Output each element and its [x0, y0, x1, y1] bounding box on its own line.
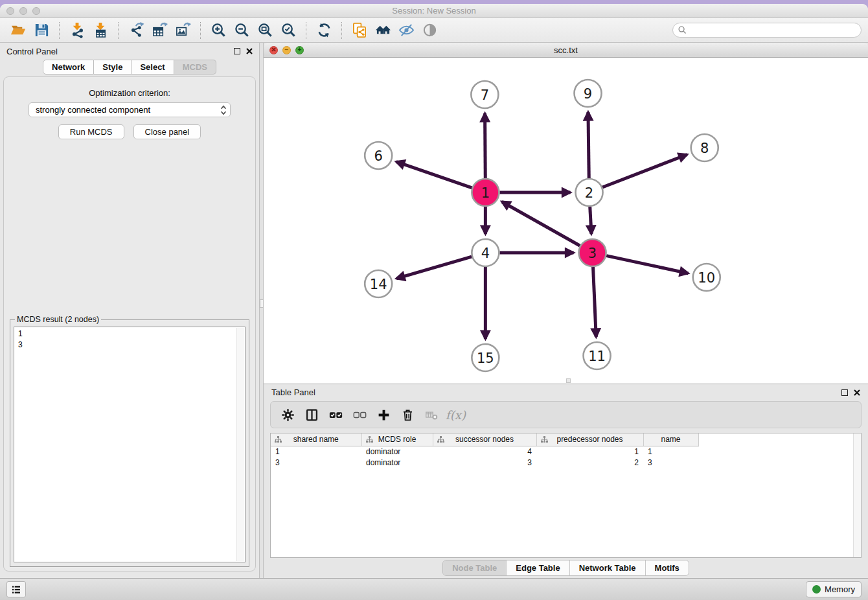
- svg-text:9: 9: [584, 86, 592, 102]
- export-network-button[interactable]: [124, 21, 148, 40]
- refresh-button[interactable]: [312, 21, 336, 40]
- canvas-resize-handle[interactable]: [566, 378, 571, 383]
- tab-network[interactable]: Network: [43, 60, 94, 75]
- tab-motifs[interactable]: Motifs: [645, 560, 689, 575]
- cell-shared-name[interactable]: 1: [271, 446, 361, 457]
- cell-predecessor-nodes[interactable]: 1: [536, 446, 643, 457]
- network-overview-button[interactable]: [371, 21, 394, 40]
- edge-1-7[interactable]: [485, 113, 486, 178]
- close-panel-button[interactable]: Close panel: [133, 124, 201, 139]
- tab-style[interactable]: Style: [94, 60, 131, 75]
- deselect-all-button[interactable]: [348, 404, 372, 426]
- network-graph[interactable]: 1234678910111415: [264, 58, 868, 384]
- node-6[interactable]: 6: [365, 142, 392, 169]
- node-11[interactable]: 11: [584, 342, 611, 369]
- network-window-titlebar: scc.txt ✕ − +: [264, 43, 868, 58]
- node-3[interactable]: 3: [579, 239, 606, 266]
- run-mcds-button[interactable]: Run MCDS: [58, 124, 124, 139]
- edge-3-10[interactable]: [606, 256, 688, 273]
- tab-select[interactable]: Select: [131, 60, 174, 75]
- zoom-in-button[interactable]: [207, 21, 230, 40]
- float-panel-icon[interactable]: [234, 48, 240, 54]
- node-10[interactable]: 10: [693, 264, 720, 291]
- main-toolbar: [0, 18, 868, 43]
- table-settings-button[interactable]: [276, 404, 300, 426]
- duplicate-network-button[interactable]: [348, 21, 371, 40]
- hierarchy-icon: [366, 436, 373, 443]
- tab-edge-table[interactable]: Edge Table: [506, 560, 569, 575]
- cell-successor-nodes[interactable]: 4: [433, 446, 536, 457]
- cell-predecessor-nodes[interactable]: 2: [536, 457, 643, 468]
- edge-2-9[interactable]: [588, 112, 589, 178]
- node-2[interactable]: 2: [576, 179, 603, 206]
- cell-name[interactable]: 3: [643, 457, 698, 468]
- node-14[interactable]: 14: [365, 270, 392, 297]
- select-all-button[interactable]: [324, 404, 348, 426]
- network-maximize-button[interactable]: +: [295, 46, 304, 54]
- column-header-name[interactable]: name: [643, 433, 698, 446]
- function-builder-button[interactable]: f(x): [444, 404, 468, 426]
- column-header-shared-name[interactable]: shared name: [271, 433, 361, 446]
- node-15[interactable]: 15: [472, 344, 499, 371]
- export-table-button[interactable]: [148, 21, 171, 40]
- search-box: [672, 23, 862, 38]
- edge-2-8[interactable]: [602, 155, 687, 188]
- table-header-row: shared name MCDS role successor nodes pr…: [271, 433, 698, 446]
- network-close-button[interactable]: ✕: [269, 46, 278, 54]
- close-table-panel-icon[interactable]: [854, 389, 860, 396]
- hide-panels-button[interactable]: [394, 21, 418, 40]
- memory-button[interactable]: Memory: [806, 581, 862, 597]
- optimization-criterion-label: Optimization criterion:: [4, 88, 255, 98]
- import-table-button[interactable]: [89, 21, 112, 40]
- column-header-predecessor-nodes[interactable]: predecessor nodes: [536, 433, 643, 446]
- zoom-out-button[interactable]: [230, 21, 253, 40]
- toggle-view-button[interactable]: [418, 21, 441, 40]
- zoom-fit-button[interactable]: [253, 21, 277, 40]
- cell-name[interactable]: 1: [643, 446, 698, 457]
- node-8[interactable]: 8: [691, 134, 718, 161]
- delete-table-button[interactable]: [420, 404, 444, 426]
- cell-mcds-role[interactable]: dominator: [361, 457, 433, 468]
- export-image-button[interactable]: [171, 21, 194, 40]
- cell-mcds-role[interactable]: dominator: [361, 446, 433, 457]
- open-session-button[interactable]: [6, 21, 30, 40]
- result-scrollbar[interactable]: [236, 328, 244, 561]
- add-column-button[interactable]: [372, 404, 396, 426]
- task-history-button[interactable]: [6, 581, 26, 597]
- table-row[interactable]: 1 dominator 4 1 1: [271, 446, 698, 457]
- zoom-selected-button[interactable]: [277, 21, 300, 40]
- node-table: shared name MCDS role successor nodes pr…: [271, 433, 699, 468]
- node-9[interactable]: 9: [575, 80, 602, 107]
- column-header-successor-nodes[interactable]: successor nodes: [433, 433, 536, 446]
- export-network-icon: [128, 22, 144, 38]
- edge-2-3[interactable]: [590, 207, 591, 234]
- float-table-panel-icon[interactable]: [841, 389, 848, 396]
- node-1[interactable]: 1: [472, 179, 499, 206]
- network-canvas[interactable]: 1234678910111415: [264, 58, 868, 384]
- search-input[interactable]: [672, 23, 862, 38]
- node-4[interactable]: 4: [472, 239, 499, 266]
- criterion-dropdown[interactable]: strongly connected component: [29, 102, 231, 117]
- table-row[interactable]: 3 dominator 3 2 3: [271, 457, 698, 468]
- tab-node-table[interactable]: Node Table: [443, 560, 506, 575]
- svg-text:6: 6: [374, 148, 382, 164]
- network-minimize-button[interactable]: −: [282, 46, 291, 54]
- close-panel-icon[interactable]: [246, 48, 253, 54]
- tab-mcds[interactable]: MCDS: [174, 60, 216, 75]
- edge-3-1[interactable]: [502, 202, 580, 246]
- delete-column-button[interactable]: [396, 404, 420, 426]
- edge-1-6[interactable]: [396, 162, 472, 188]
- import-network-button[interactable]: [65, 21, 89, 40]
- edge-3-11[interactable]: [593, 267, 597, 337]
- cell-shared-name[interactable]: 3: [271, 457, 361, 468]
- mcds-result-textarea[interactable]: 1 3: [14, 327, 246, 562]
- table-scrollbar[interactable]: [853, 433, 861, 557]
- save-session-button[interactable]: [30, 21, 53, 40]
- tab-network-table[interactable]: Network Table: [569, 560, 645, 575]
- edge-4-14[interactable]: [396, 257, 472, 279]
- panel-resize-divider[interactable]: [259, 43, 264, 578]
- column-header-mcds-role[interactable]: MCDS role: [361, 433, 433, 446]
- node-7[interactable]: 7: [471, 81, 498, 108]
- show-columns-button[interactable]: [300, 404, 324, 426]
- cell-successor-nodes[interactable]: 3: [433, 457, 536, 468]
